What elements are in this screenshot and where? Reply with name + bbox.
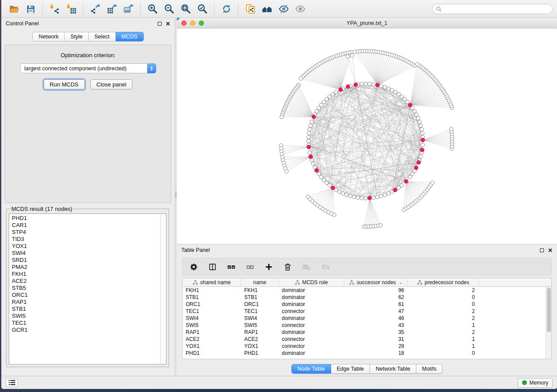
graph-node[interactable] xyxy=(341,192,345,195)
memory-button[interactable]: Memory xyxy=(518,378,553,388)
graph-node[interactable] xyxy=(403,97,406,101)
graph-node[interactable] xyxy=(421,131,424,135)
graph-node[interactable] xyxy=(310,120,313,124)
graph-node[interactable] xyxy=(383,193,387,196)
graph-node[interactable] xyxy=(346,55,349,58)
table-row[interactable]: PHD1PHD1dominator180 xyxy=(183,350,551,357)
graph-node[interactable] xyxy=(415,62,419,66)
graph-node[interactable] xyxy=(375,195,379,199)
tab-select[interactable]: Select xyxy=(89,32,116,41)
graph-node[interactable] xyxy=(345,193,348,196)
column-header-shared-name[interactable]: shared name xyxy=(183,278,241,286)
import-table-button[interactable] xyxy=(63,2,80,16)
graph-node[interactable] xyxy=(419,155,422,158)
table-scrollbar[interactable] xyxy=(546,287,551,359)
graph-node[interactable] xyxy=(394,90,397,94)
graph-node[interactable] xyxy=(332,213,336,217)
graph-mcds-node[interactable] xyxy=(307,145,311,149)
graph-node[interactable] xyxy=(328,183,331,187)
float-table-panel-icon[interactable] xyxy=(540,248,544,252)
table-row[interactable]: ORC1ORC1dominator610 xyxy=(183,301,551,308)
graph-node[interactable] xyxy=(406,100,409,103)
graph-node[interactable] xyxy=(307,135,310,139)
tab-node-table[interactable]: Node Table xyxy=(291,364,331,374)
open-button[interactable] xyxy=(6,2,22,16)
optimization-criterion-select[interactable]: largest connected component (undirected) xyxy=(20,63,156,73)
graph-mcds-node[interactable] xyxy=(339,88,343,92)
graph-node[interactable] xyxy=(350,54,354,57)
search-input[interactable] xyxy=(443,6,549,12)
graph-node[interactable] xyxy=(360,196,363,199)
graph-node[interactable] xyxy=(317,172,321,175)
graph-node[interactable] xyxy=(397,186,400,189)
hide-eye-button[interactable] xyxy=(275,2,292,16)
table-row[interactable]: FKH1FKH1dominator962 xyxy=(183,287,551,294)
graph-node[interactable] xyxy=(285,169,288,173)
graph-node[interactable] xyxy=(328,95,331,98)
graph-node[interactable] xyxy=(308,151,311,154)
graph-node[interactable] xyxy=(317,106,321,110)
table-row[interactable]: STB1STB1dominator620 xyxy=(183,294,551,301)
graph-node[interactable] xyxy=(338,190,341,193)
zoom-selected-button[interactable] xyxy=(194,2,211,16)
search-field[interactable] xyxy=(432,4,553,14)
graph-node[interactable] xyxy=(383,85,387,89)
graph-mcds-node[interactable] xyxy=(421,138,425,142)
graph-node[interactable] xyxy=(311,162,315,165)
graph-node[interactable] xyxy=(421,143,424,147)
delete-column-button[interactable] xyxy=(282,261,293,272)
graph-mcds-node[interactable] xyxy=(393,188,397,192)
graph-mcds-node[interactable] xyxy=(309,155,313,159)
graph-mcds-node[interactable] xyxy=(420,148,424,152)
graph-mcds-node[interactable] xyxy=(315,168,318,172)
table-row[interactable]: RAP1RAP1dominator352 xyxy=(183,329,551,336)
table-row[interactable]: TEC1TEC1connector472 xyxy=(183,308,551,315)
graph-node[interactable] xyxy=(348,194,352,198)
graph-mcds-node[interactable] xyxy=(331,186,335,190)
float-panel-icon[interactable] xyxy=(158,22,162,26)
graph-node[interactable] xyxy=(315,110,318,113)
graph-node[interactable] xyxy=(307,139,310,143)
graph-node[interactable] xyxy=(400,183,403,187)
graph-node[interactable] xyxy=(352,195,356,199)
graph-node[interactable] xyxy=(280,115,284,119)
graph-node[interactable] xyxy=(415,113,418,117)
graph-node[interactable] xyxy=(368,82,371,86)
import-network-button[interactable] xyxy=(46,2,63,16)
graph-node[interactable] xyxy=(308,127,311,131)
graph-node[interactable] xyxy=(353,50,356,53)
graph-node[interactable] xyxy=(331,93,334,96)
graph-mcds-node[interactable] xyxy=(354,83,358,87)
graph-node[interactable] xyxy=(360,82,363,86)
column-header-name[interactable]: name xyxy=(241,278,279,286)
tab-mcds[interactable]: MCDS xyxy=(116,32,144,41)
graph-mcds-node[interactable] xyxy=(414,166,418,170)
graph-node[interactable] xyxy=(319,175,323,179)
tab-style[interactable]: Style xyxy=(65,32,89,41)
graph-node[interactable] xyxy=(325,181,328,185)
close-table-panel-icon[interactable]: ✕ xyxy=(548,248,553,252)
close-panel-button[interactable]: Close panel xyxy=(90,79,133,89)
graph-mcds-node[interactable] xyxy=(376,83,380,87)
result-list-scrollbar[interactable] xyxy=(160,214,166,364)
graph-node[interactable] xyxy=(420,127,423,131)
graph-mcds-node[interactable] xyxy=(346,85,350,89)
network-graph[interactable] xyxy=(177,28,556,244)
close-panel-icon[interactable]: ✕ xyxy=(166,22,170,26)
save-button[interactable] xyxy=(22,2,39,16)
zoom-in-button[interactable] xyxy=(144,2,161,16)
graph-mcds-node[interactable] xyxy=(417,161,421,165)
columns-button[interactable] xyxy=(207,261,218,272)
graph-node[interactable] xyxy=(387,87,390,90)
export-image-button[interactable] xyxy=(120,2,137,16)
mcds-result-list[interactable]: PHD1CAR1STP4TID3YOX1SWI4SRD1PMA2FKH1ACE2… xyxy=(9,213,166,364)
column-header-predecessor-nodes[interactable]: predecessor nodes xyxy=(408,278,479,286)
graph-node[interactable] xyxy=(372,196,375,199)
column-header-successor-nodes[interactable]: successor nodes⌄ xyxy=(344,278,408,286)
export-network-button[interactable] xyxy=(87,2,104,16)
graph-mcds-node[interactable] xyxy=(312,115,316,119)
houses-button[interactable] xyxy=(259,2,275,16)
graph-node[interactable] xyxy=(364,196,367,200)
tab-edge-table[interactable]: Edge Table xyxy=(331,364,370,374)
graph-node[interactable] xyxy=(450,127,453,131)
